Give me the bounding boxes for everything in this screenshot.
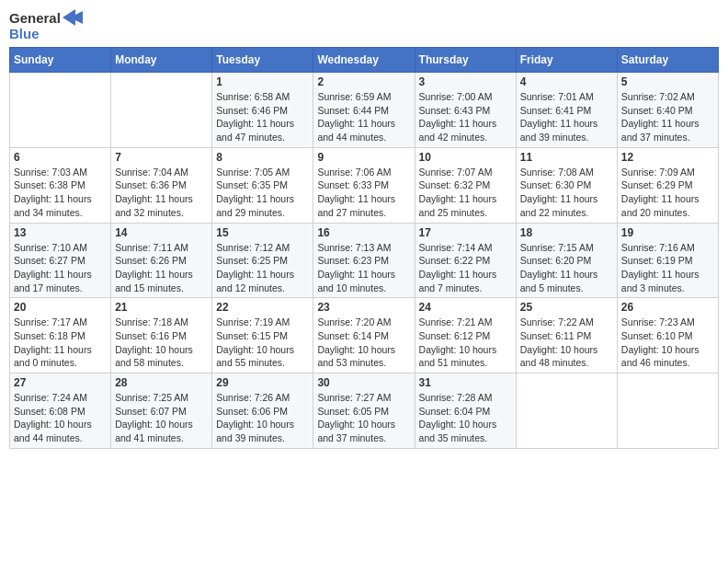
day-info: Sunrise: 7:01 AM Sunset: 6:41 PM Dayligh… xyxy=(520,90,613,144)
page-header: General Blue xyxy=(9,9,719,41)
day-number: 10 xyxy=(419,151,512,164)
day-number: 26 xyxy=(621,301,714,314)
day-info: Sunrise: 7:20 AM Sunset: 6:14 PM Dayligh… xyxy=(317,316,410,370)
day-info: Sunrise: 7:13 AM Sunset: 6:23 PM Dayligh… xyxy=(317,241,410,295)
calendar-cell: 16Sunrise: 7:13 AM Sunset: 6:23 PM Dayli… xyxy=(313,223,415,298)
calendar-cell: 3Sunrise: 7:00 AM Sunset: 6:43 PM Daylig… xyxy=(415,73,516,148)
calendar-cell: 18Sunrise: 7:15 AM Sunset: 6:20 PM Dayli… xyxy=(516,223,617,298)
day-number: 5 xyxy=(621,75,714,88)
day-info: Sunrise: 7:10 AM Sunset: 6:27 PM Dayligh… xyxy=(14,241,107,295)
day-number: 23 xyxy=(317,301,410,314)
calendar-cell: 20Sunrise: 7:17 AM Sunset: 6:18 PM Dayli… xyxy=(10,298,111,373)
day-number: 4 xyxy=(520,75,613,88)
day-info: Sunrise: 7:19 AM Sunset: 6:15 PM Dayligh… xyxy=(216,316,309,370)
day-number: 12 xyxy=(621,151,714,164)
logo-bird-icon xyxy=(63,9,83,26)
day-number: 19 xyxy=(621,226,714,239)
calendar-cell: 7Sunrise: 7:04 AM Sunset: 6:36 PM Daylig… xyxy=(111,147,212,223)
day-info: Sunrise: 7:00 AM Sunset: 6:43 PM Dayligh… xyxy=(419,90,512,144)
calendar-week-row: 6Sunrise: 7:03 AM Sunset: 6:38 PM Daylig… xyxy=(10,147,719,223)
day-info: Sunrise: 7:22 AM Sunset: 6:11 PM Dayligh… xyxy=(520,316,613,370)
logo-general: General xyxy=(9,10,61,26)
day-of-week-header: Sunday xyxy=(10,48,111,73)
day-info: Sunrise: 7:25 AM Sunset: 6:07 PM Dayligh… xyxy=(115,391,208,445)
day-number: 15 xyxy=(216,226,309,239)
day-info: Sunrise: 7:03 AM Sunset: 6:38 PM Dayligh… xyxy=(14,166,107,220)
day-number: 27 xyxy=(14,376,107,389)
day-number: 29 xyxy=(216,376,309,389)
day-number: 8 xyxy=(216,151,309,164)
calendar-cell: 15Sunrise: 7:12 AM Sunset: 6:25 PM Dayli… xyxy=(212,223,313,298)
day-number: 20 xyxy=(14,301,107,314)
day-number: 13 xyxy=(14,226,107,239)
day-of-week-header: Thursday xyxy=(415,48,516,73)
day-info: Sunrise: 6:59 AM Sunset: 6:44 PM Dayligh… xyxy=(317,90,410,144)
calendar-cell: 12Sunrise: 7:09 AM Sunset: 6:29 PM Dayli… xyxy=(617,147,718,223)
day-of-week-header: Monday xyxy=(111,48,212,73)
day-number: 14 xyxy=(115,226,208,239)
logo-blue: Blue xyxy=(9,26,40,41)
day-of-week-header: Wednesday xyxy=(313,48,415,73)
day-info: Sunrise: 7:09 AM Sunset: 6:29 PM Dayligh… xyxy=(621,166,714,220)
day-info: Sunrise: 7:05 AM Sunset: 6:35 PM Dayligh… xyxy=(216,166,309,220)
calendar-cell xyxy=(516,373,617,449)
day-number: 16 xyxy=(317,226,410,239)
calendar-cell: 1Sunrise: 6:58 AM Sunset: 6:46 PM Daylig… xyxy=(212,73,313,148)
day-number: 11 xyxy=(520,151,613,164)
day-info: Sunrise: 7:27 AM Sunset: 6:05 PM Dayligh… xyxy=(317,391,410,445)
day-info: Sunrise: 7:18 AM Sunset: 6:16 PM Dayligh… xyxy=(115,316,208,370)
calendar-week-row: 27Sunrise: 7:24 AM Sunset: 6:08 PM Dayli… xyxy=(10,373,719,449)
day-info: Sunrise: 7:24 AM Sunset: 6:08 PM Dayligh… xyxy=(14,391,107,445)
day-number: 7 xyxy=(115,151,208,164)
day-number: 3 xyxy=(419,75,512,88)
day-number: 31 xyxy=(419,376,512,389)
calendar-cell: 19Sunrise: 7:16 AM Sunset: 6:19 PM Dayli… xyxy=(617,223,718,298)
day-info: Sunrise: 7:16 AM Sunset: 6:19 PM Dayligh… xyxy=(621,241,714,295)
calendar-cell: 26Sunrise: 7:23 AM Sunset: 6:10 PM Dayli… xyxy=(617,298,718,373)
day-number: 18 xyxy=(520,226,613,239)
calendar-week-row: 1Sunrise: 6:58 AM Sunset: 6:46 PM Daylig… xyxy=(10,73,719,148)
calendar-week-row: 20Sunrise: 7:17 AM Sunset: 6:18 PM Dayli… xyxy=(10,298,719,373)
calendar-cell xyxy=(10,73,111,148)
calendar-cell: 17Sunrise: 7:14 AM Sunset: 6:22 PM Dayli… xyxy=(415,223,516,298)
day-info: Sunrise: 7:11 AM Sunset: 6:26 PM Dayligh… xyxy=(115,241,208,295)
day-number: 9 xyxy=(317,151,410,164)
calendar-cell: 28Sunrise: 7:25 AM Sunset: 6:07 PM Dayli… xyxy=(111,373,212,449)
day-info: Sunrise: 7:07 AM Sunset: 6:32 PM Dayligh… xyxy=(419,166,512,220)
calendar-cell: 23Sunrise: 7:20 AM Sunset: 6:14 PM Dayli… xyxy=(313,298,415,373)
day-number: 21 xyxy=(115,301,208,314)
day-number: 24 xyxy=(419,301,512,314)
day-info: Sunrise: 7:26 AM Sunset: 6:06 PM Dayligh… xyxy=(216,391,309,445)
day-of-week-header: Saturday xyxy=(617,48,718,73)
day-info: Sunrise: 7:14 AM Sunset: 6:22 PM Dayligh… xyxy=(419,241,512,295)
calendar-cell: 13Sunrise: 7:10 AM Sunset: 6:27 PM Dayli… xyxy=(10,223,111,298)
day-info: Sunrise: 7:02 AM Sunset: 6:40 PM Dayligh… xyxy=(621,90,714,144)
day-info: Sunrise: 6:58 AM Sunset: 6:46 PM Dayligh… xyxy=(216,90,309,144)
calendar-cell xyxy=(111,73,212,148)
calendar-cell: 8Sunrise: 7:05 AM Sunset: 6:35 PM Daylig… xyxy=(212,147,313,223)
day-number: 17 xyxy=(419,226,512,239)
calendar-cell: 4Sunrise: 7:01 AM Sunset: 6:41 PM Daylig… xyxy=(516,73,617,148)
calendar-cell: 14Sunrise: 7:11 AM Sunset: 6:26 PM Dayli… xyxy=(111,223,212,298)
calendar-cell: 21Sunrise: 7:18 AM Sunset: 6:16 PM Dayli… xyxy=(111,298,212,373)
calendar-cell: 6Sunrise: 7:03 AM Sunset: 6:38 PM Daylig… xyxy=(10,147,111,223)
day-number: 6 xyxy=(14,151,107,164)
day-number: 22 xyxy=(216,301,309,314)
day-number: 25 xyxy=(520,301,613,314)
logo: General Blue xyxy=(9,9,83,41)
day-info: Sunrise: 7:04 AM Sunset: 6:36 PM Dayligh… xyxy=(115,166,208,220)
calendar-cell: 27Sunrise: 7:24 AM Sunset: 6:08 PM Dayli… xyxy=(10,373,111,449)
calendar-cell: 2Sunrise: 6:59 AM Sunset: 6:44 PM Daylig… xyxy=(313,73,415,148)
day-number: 28 xyxy=(115,376,208,389)
calendar-header-row: SundayMondayTuesdayWednesdayThursdayFrid… xyxy=(10,48,719,73)
day-of-week-header: Tuesday xyxy=(212,48,313,73)
calendar-cell: 11Sunrise: 7:08 AM Sunset: 6:30 PM Dayli… xyxy=(516,147,617,223)
calendar-table: SundayMondayTuesdayWednesdayThursdayFrid… xyxy=(9,47,719,449)
day-number: 2 xyxy=(317,75,410,88)
calendar-cell: 30Sunrise: 7:27 AM Sunset: 6:05 PM Dayli… xyxy=(313,373,415,449)
calendar-cell: 31Sunrise: 7:28 AM Sunset: 6:04 PM Dayli… xyxy=(415,373,516,449)
day-info: Sunrise: 7:28 AM Sunset: 6:04 PM Dayligh… xyxy=(419,391,512,445)
calendar-cell: 25Sunrise: 7:22 AM Sunset: 6:11 PM Dayli… xyxy=(516,298,617,373)
calendar-cell: 29Sunrise: 7:26 AM Sunset: 6:06 PM Dayli… xyxy=(212,373,313,449)
calendar-week-row: 13Sunrise: 7:10 AM Sunset: 6:27 PM Dayli… xyxy=(10,223,719,298)
